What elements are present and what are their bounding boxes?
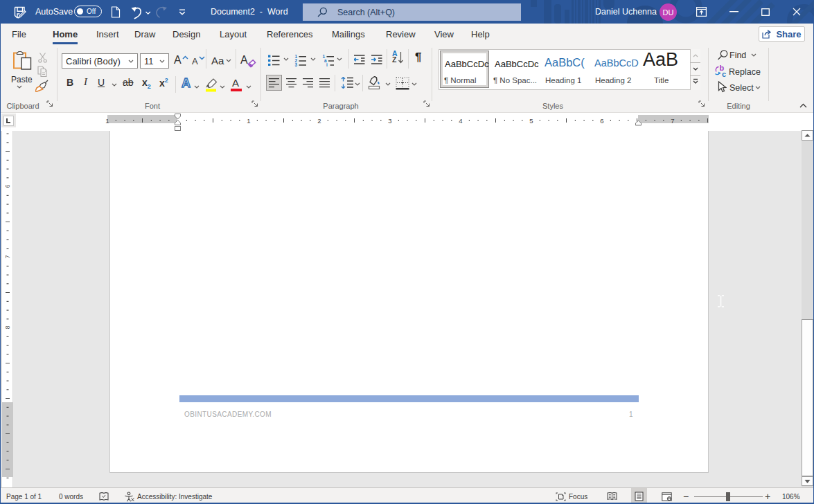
svg-text:6: 6	[600, 117, 603, 125]
svg-text:6: 6	[4, 184, 11, 188]
svg-text:3: 3	[295, 62, 298, 66]
svg-text:4: 4	[459, 117, 462, 125]
svg-text:7: 7	[671, 117, 674, 125]
svg-text:5: 5	[529, 117, 533, 125]
svg-text:i: i	[326, 62, 328, 66]
svg-text:8: 8	[4, 325, 11, 329]
svg-text:7: 7	[4, 255, 11, 258]
svg-text:1: 1	[105, 117, 109, 125]
svg-text:3: 3	[388, 117, 391, 125]
svg-text:c: c	[722, 70, 726, 78]
svg-text:2: 2	[317, 117, 321, 125]
svg-text:1: 1	[247, 117, 250, 125]
